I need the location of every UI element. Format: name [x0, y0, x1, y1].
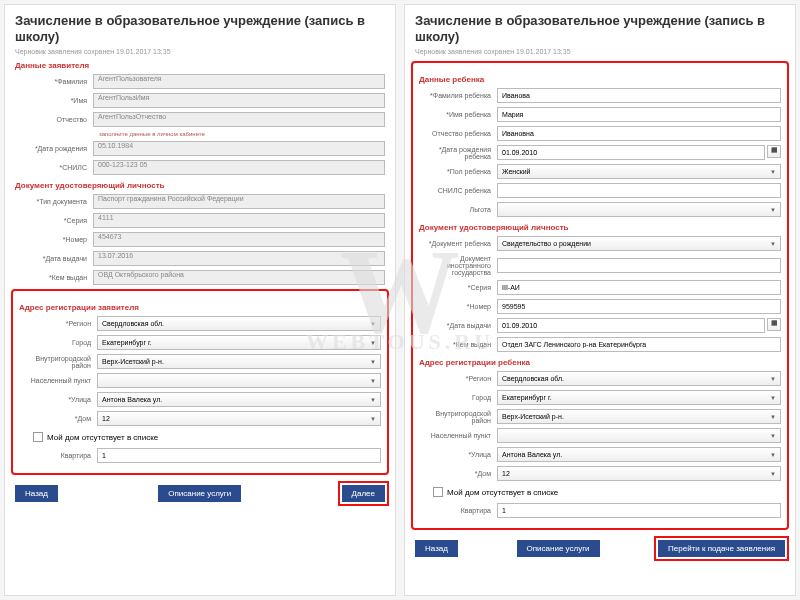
ser-input: 4111 — [93, 213, 385, 228]
snils-input: 000-123-123 05 — [93, 160, 385, 175]
cimya-input[interactable] — [497, 107, 781, 122]
cul-label: *Улица — [419, 451, 497, 458]
chevron-down-icon: ▼ — [770, 169, 776, 175]
chevron-down-icon: ▼ — [370, 397, 376, 403]
otch-input: АгентПользОтчество — [93, 112, 385, 127]
cdv-input[interactable] — [497, 318, 765, 333]
chevron-down-icon: ▼ — [370, 321, 376, 327]
chevron-down-icon: ▼ — [370, 416, 376, 422]
dom-select[interactable]: 12▼ — [97, 411, 381, 426]
desc-button[interactable]: Описание услуги — [517, 540, 600, 557]
kv-label: *Кем выдан — [15, 274, 93, 281]
cotch-input[interactable] — [497, 126, 781, 141]
cnp-select[interactable]: ▼ — [497, 428, 781, 443]
fam-label: *Фамилия — [15, 78, 93, 85]
submit-button[interactable]: Перейти к подаче заявления — [658, 540, 785, 557]
section-child: Данные ребенка — [419, 75, 781, 84]
crai-select[interactable]: Верх-Исетский р-н.▼ — [497, 409, 781, 424]
cnum-input[interactable] — [497, 299, 781, 314]
cser-input[interactable] — [497, 280, 781, 295]
otch-label: Отчество — [15, 116, 93, 123]
house-missing-label: Мой дом отсутствует в списке — [47, 433, 158, 442]
chevron-down-icon: ▼ — [370, 359, 376, 365]
cotch-label: Отчество ребенка — [419, 130, 497, 137]
section-cdoc: Документ удостоверяющий личность — [419, 223, 781, 232]
ser-label: *Серия — [15, 217, 93, 224]
cdom-select[interactable]: 12▼ — [497, 466, 781, 481]
imya-label: *Имя — [15, 97, 93, 104]
dr-input: 05.10.1984 — [93, 141, 385, 156]
dv-input: 13.07.2016 — [93, 251, 385, 266]
address-highlight: Адрес регистрации заявителя *РегионСверд… — [11, 289, 389, 475]
crai-label: Внутригородской район — [419, 410, 497, 424]
chevron-down-icon: ▼ — [770, 414, 776, 420]
ckvart-label: Квартира — [419, 507, 497, 514]
page-title: Зачисление в образовательное учреждение … — [415, 13, 785, 44]
child-data-highlight: Данные ребенка *Фамилия ребенка *Имя реб… — [411, 61, 789, 530]
cfam-label: *Фамилия ребенка — [419, 92, 497, 99]
back-button[interactable]: Назад — [415, 540, 458, 557]
cdr-input[interactable] — [497, 145, 765, 160]
right-pane: Зачисление в образовательное учреждение … — [404, 4, 796, 596]
gor-label: Город — [19, 339, 97, 346]
imya-input: АгентПользИмя — [93, 93, 385, 108]
section-applicant: Данные заявителя — [15, 61, 385, 70]
tip-input: Паспорт гражданина Российской Федерации — [93, 194, 385, 209]
cpol-label: *Пол ребенка — [419, 168, 497, 175]
draft-subtitle: Черновик заявления сохранен 19.01.2017 1… — [15, 48, 385, 55]
ckv-input[interactable] — [497, 337, 781, 352]
dom-label: *Дом — [19, 415, 97, 422]
calendar-icon[interactable]: ▦ — [767, 318, 781, 331]
rai-select[interactable]: Верх-Исетский р-н.▼ — [97, 354, 381, 369]
ul-select[interactable]: Антона Валека ул.▼ — [97, 392, 381, 407]
calendar-icon[interactable]: ▦ — [767, 145, 781, 158]
reg-select[interactable]: Свердловская обл.▼ — [97, 316, 381, 331]
chevron-down-icon: ▼ — [770, 241, 776, 247]
section-addr: Адрес регистрации заявителя — [19, 303, 381, 312]
cdr-label: *Дата рождения ребенка — [419, 146, 497, 160]
creg-select[interactable]: Свердловская обл.▼ — [497, 371, 781, 386]
kv-input: ОВД Октябрьского района — [93, 270, 385, 285]
cnp-label: Населенный пункт — [419, 432, 497, 439]
chevron-down-icon: ▼ — [770, 452, 776, 458]
np-label: Населенный пункт — [19, 377, 97, 384]
kvart-input[interactable] — [97, 448, 381, 463]
lg-label: Льгота — [419, 206, 497, 213]
lg-select[interactable]: ▼ — [497, 202, 781, 217]
chevron-down-icon: ▼ — [370, 340, 376, 346]
cnum-label: *Номер — [419, 303, 497, 310]
cul-select[interactable]: Антона Валека ул.▼ — [497, 447, 781, 462]
np-select[interactable]: ▼ — [97, 373, 381, 388]
dv-label: *Дата выдачи — [15, 255, 93, 262]
ig-label: Документ иностранного государства — [419, 255, 497, 276]
csnils-input[interactable] — [497, 183, 781, 198]
tip-label: *Тип документа — [15, 198, 93, 205]
chevron-down-icon: ▼ — [770, 395, 776, 401]
section-doc: Документ удостоверяющий личность — [15, 181, 385, 190]
dr-label: *Дата рождения — [15, 145, 93, 152]
ig-input[interactable] — [497, 258, 781, 273]
cdoc-select[interactable]: Свидетельство о рождении▼ — [497, 236, 781, 251]
chevron-down-icon: ▼ — [770, 433, 776, 439]
csnils-label: СНИЛС ребенка — [419, 187, 497, 194]
chouse-missing-checkbox[interactable] — [433, 487, 443, 497]
section-caddr: Адрес регистрации ребенка — [419, 358, 781, 367]
cgor-label: Город — [419, 394, 497, 401]
chevron-down-icon: ▼ — [770, 376, 776, 382]
cgor-select[interactable]: Екатеринбург г.▼ — [497, 390, 781, 405]
cimya-label: *Имя ребенка — [419, 111, 497, 118]
chevron-down-icon: ▼ — [370, 378, 376, 384]
num-input: 454673 — [93, 232, 385, 247]
house-missing-checkbox[interactable] — [33, 432, 43, 442]
fam-input: АгентПользователя — [93, 74, 385, 89]
draft-subtitle: Черновик заявления сохранен 19.01.2017 1… — [415, 48, 785, 55]
cpol-select[interactable]: Женский▼ — [497, 164, 781, 179]
desc-button[interactable]: Описание услуги — [158, 485, 241, 502]
gor-select[interactable]: Екатеринбург г.▼ — [97, 335, 381, 350]
next-button[interactable]: Далее — [342, 485, 385, 502]
cfam-input[interactable] — [497, 88, 781, 103]
reg-label: *Регион — [19, 320, 97, 327]
cdom-label: *Дом — [419, 470, 497, 477]
back-button[interactable]: Назад — [15, 485, 58, 502]
ckvart-input[interactable] — [497, 503, 781, 518]
